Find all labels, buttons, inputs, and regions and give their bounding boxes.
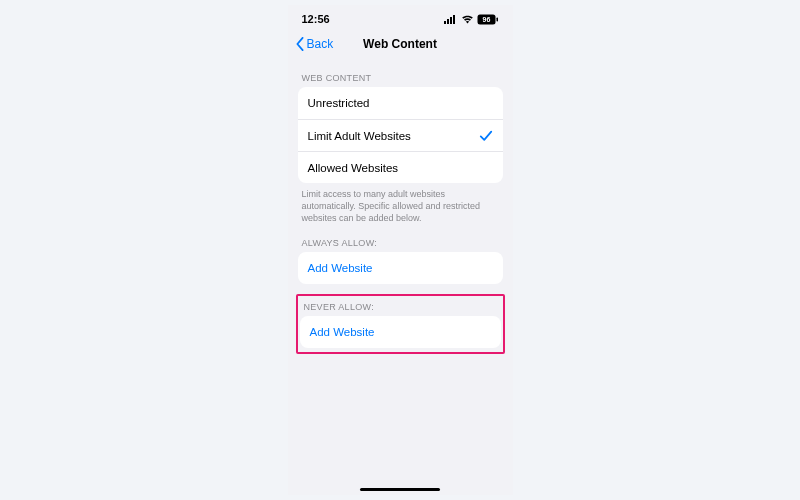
add-website-label: Add Website — [308, 262, 373, 274]
wifi-icon — [461, 14, 474, 24]
svg-rect-5 — [496, 17, 498, 21]
section-header-always-allow: ALWAYS ALLOW: — [298, 224, 503, 252]
highlight-never-allow: NEVER ALLOW: Add Website — [296, 294, 505, 354]
home-indicator[interactable] — [360, 488, 440, 491]
web-content-group: Unrestricted Limit Adult Websites Allowe… — [298, 87, 503, 183]
option-limit-adult[interactable]: Limit Adult Websites — [298, 119, 503, 151]
option-label: Allowed Websites — [308, 162, 399, 174]
add-website-label: Add Website — [310, 326, 375, 338]
settings-content: WEB CONTENT Unrestricted Limit Adult Web… — [288, 59, 513, 354]
checkmark-icon — [479, 129, 493, 143]
battery-icon: 96 — [477, 14, 499, 25]
signal-icon — [444, 14, 458, 24]
phone-screen: 12:56 96 Back Web Content WEB CONTENT Un… — [288, 5, 513, 495]
add-website-never[interactable]: Add Website — [300, 316, 501, 348]
svg-rect-2 — [450, 17, 452, 24]
svg-text:96: 96 — [482, 16, 490, 23]
option-label: Unrestricted — [308, 97, 370, 109]
nav-bar: Back Web Content — [288, 29, 513, 59]
never-allow-group: Add Website — [300, 316, 501, 348]
svg-rect-0 — [444, 21, 446, 24]
status-bar: 12:56 96 — [288, 5, 513, 29]
svg-rect-1 — [447, 19, 449, 24]
option-label: Limit Adult Websites — [308, 130, 411, 142]
section-header-web-content: WEB CONTENT — [298, 59, 503, 87]
back-button[interactable]: Back — [294, 37, 334, 51]
option-unrestricted[interactable]: Unrestricted — [298, 87, 503, 119]
web-content-footer: Limit access to many adult websites auto… — [298, 183, 503, 224]
chevron-left-icon — [294, 37, 306, 51]
always-allow-group: Add Website — [298, 252, 503, 284]
status-indicators: 96 — [444, 14, 499, 25]
add-website-always[interactable]: Add Website — [298, 252, 503, 284]
option-allowed-websites[interactable]: Allowed Websites — [298, 151, 503, 183]
svg-rect-3 — [453, 15, 455, 24]
back-label: Back — [307, 37, 334, 51]
status-time: 12:56 — [302, 13, 330, 25]
section-header-never-allow: NEVER ALLOW: — [300, 296, 501, 316]
